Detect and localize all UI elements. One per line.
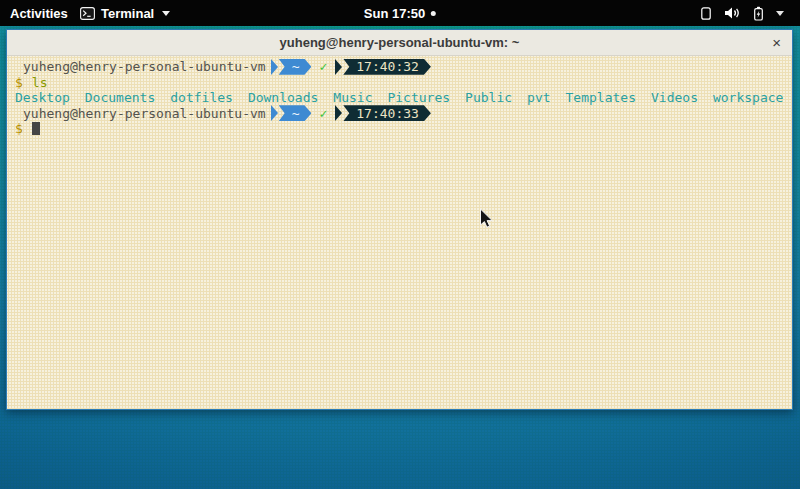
prompt-path: ~ <box>292 106 300 121</box>
status-check-icon: ✓ <box>319 59 327 74</box>
directory-name: workspace <box>713 90 783 105</box>
system-status-menu[interactable] <box>699 0 784 26</box>
prompt-time-segment: 17:40:33 <box>343 105 431 121</box>
volume-icon <box>724 6 740 20</box>
directory-name: Public <box>465 90 512 105</box>
directory-name: Documents <box>85 90 155 105</box>
prompt-dollar: $ <box>11 121 23 136</box>
prompt-path: ~ <box>292 59 300 74</box>
prompt-user-host: yuheng@henry-personal-ubuntu-vm <box>11 106 266 121</box>
clock-label: Sun 17:50 <box>364 6 425 21</box>
activities-label: Activities <box>10 6 68 21</box>
chevron-down-icon <box>162 11 170 16</box>
powerline-arrow-icon <box>335 105 342 121</box>
directory-name: Music <box>333 90 372 105</box>
terminal-cursor <box>32 122 40 135</box>
prompt-line: yuheng@henry-personal-ubuntu-vm ~ ✓ 17:4… <box>11 106 788 122</box>
prompt-user-host: yuheng@henry-personal-ubuntu-vm <box>11 59 266 74</box>
directory-name: Videos <box>651 90 698 105</box>
clock-button[interactable]: Sun 17:50 <box>364 0 436 26</box>
prompt-time: 17:40:33 <box>356 106 419 121</box>
chevron-down-icon <box>776 11 784 16</box>
activities-button[interactable]: Activities <box>10 0 68 26</box>
status-check-icon: ✓ <box>319 106 327 121</box>
gnome-top-bar: Activities Terminal Sun 17:50 <box>0 0 800 26</box>
prompt-time-segment: 17:40:32 <box>343 59 431 75</box>
terminal-app-icon <box>80 7 95 20</box>
command-line: $ ls <box>11 75 788 91</box>
mouse-pointer-icon <box>479 208 496 235</box>
terminal-window: yuheng@henry-personal-ubuntu-vm: ~ × yuh… <box>6 29 793 410</box>
battery-charging-icon <box>751 6 765 21</box>
powerline-arrow-icon <box>271 105 278 121</box>
terminal-content[interactable]: yuheng@henry-personal-ubuntu-vm ~ ✓ 17:4… <box>7 56 792 409</box>
ls-output-line: Desktop Documents dotfiles Downloads Mus… <box>11 90 788 106</box>
prompt-dollar: $ <box>11 75 23 90</box>
prompt-path-segment: ~ <box>279 59 312 75</box>
desktop-screen: Activities Terminal Sun 17:50 <box>0 0 800 489</box>
directory-name: Pictures <box>387 90 450 105</box>
typed-command: ls <box>32 75 48 90</box>
prompt-line: yuheng@henry-personal-ubuntu-vm ~ ✓ 17:4… <box>11 59 788 75</box>
powerline-arrow-icon <box>271 59 278 75</box>
window-titlebar[interactable]: yuheng@henry-personal-ubuntu-vm: ~ × <box>7 30 792 56</box>
directory-name: dotfiles <box>170 90 233 105</box>
close-button[interactable]: × <box>772 30 781 55</box>
directory-name: Downloads <box>248 90 318 105</box>
window-title: yuheng@henry-personal-ubuntu-vm: ~ <box>280 35 520 50</box>
app-menu-label: Terminal <box>101 6 154 21</box>
directory-name: pvt <box>527 90 550 105</box>
prompt-time: 17:40:32 <box>356 59 419 74</box>
notification-dot <box>431 11 436 16</box>
directory-name: Templates <box>566 90 636 105</box>
directory-name: Desktop <box>15 90 70 105</box>
powerline-arrow-icon <box>335 59 342 75</box>
app-menu-terminal[interactable]: Terminal <box>80 0 170 26</box>
screen-icon <box>699 6 713 21</box>
input-line: $ <box>11 121 788 137</box>
prompt-path-segment: ~ <box>279 105 312 121</box>
